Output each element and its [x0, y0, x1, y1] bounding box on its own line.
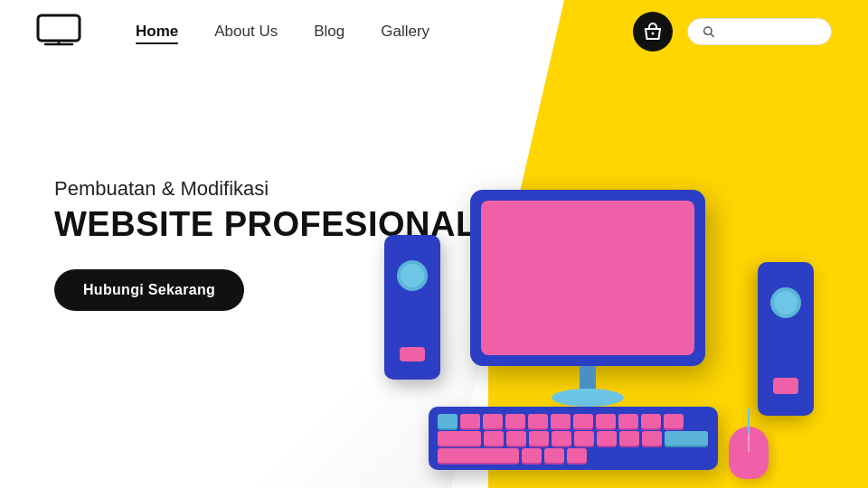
- svg-line-5: [711, 33, 713, 36]
- key: [619, 431, 639, 446]
- key: [483, 414, 503, 428]
- key: [506, 431, 526, 446]
- nav-gallery[interactable]: Gallery: [381, 23, 429, 41]
- navbar: Home About Us Blog Gallery: [0, 0, 868, 63]
- key: [528, 414, 548, 428]
- nav-right: [633, 12, 832, 52]
- key: [438, 431, 481, 446]
- key: [460, 414, 480, 428]
- nav-home[interactable]: Home: [136, 23, 178, 41]
- contact-button[interactable]: Hubungi Sekarang: [54, 269, 244, 311]
- key: [596, 414, 616, 428]
- key: [597, 431, 617, 446]
- keyboard-keys: [438, 414, 709, 463]
- mouse: [729, 427, 769, 479]
- nav-links: Home About Us Blog Gallery: [136, 23, 633, 41]
- svg-point-3: [652, 33, 655, 35]
- speaker-right-strip: [773, 378, 798, 394]
- cart-button[interactable]: [633, 12, 673, 52]
- nav-about[interactable]: About Us: [214, 23, 278, 41]
- speaker-right-cone: [770, 287, 801, 318]
- monitor-base: [552, 389, 624, 407]
- search-input[interactable]: [722, 24, 816, 39]
- key: [551, 414, 571, 428]
- key: [665, 431, 708, 446]
- keyboard: [429, 407, 718, 470]
- key: [664, 414, 684, 428]
- key: [505, 414, 525, 428]
- key: [574, 431, 594, 446]
- mouse-button: [748, 434, 750, 452]
- key: [641, 414, 661, 428]
- key: [642, 431, 662, 446]
- monitor-screen: [481, 201, 694, 355]
- key: [529, 431, 549, 446]
- key: [522, 448, 542, 463]
- key: [567, 448, 587, 463]
- svg-rect-0: [38, 15, 80, 41]
- search-bar[interactable]: [687, 18, 832, 45]
- key: [438, 414, 458, 428]
- hero-illustration: [335, 54, 841, 488]
- speaker-right: [758, 262, 814, 416]
- key: [544, 448, 564, 463]
- page-wrapper: Home About Us Blog Gallery: [0, 0, 868, 488]
- key: [484, 431, 504, 446]
- spacebar: [438, 448, 519, 463]
- key: [552, 431, 571, 446]
- speaker-left-strip: [400, 347, 425, 361]
- speaker-left: [384, 235, 440, 380]
- speaker-left-cone: [397, 260, 428, 291]
- monitor-stand: [580, 366, 596, 391]
- key: [573, 414, 593, 428]
- key: [618, 414, 638, 428]
- nav-blog[interactable]: Blog: [314, 23, 344, 41]
- monitor-body: [470, 190, 705, 366]
- search-icon: [703, 24, 714, 39]
- mouse-cord: [748, 408, 750, 434]
- logo[interactable]: [36, 14, 81, 50]
